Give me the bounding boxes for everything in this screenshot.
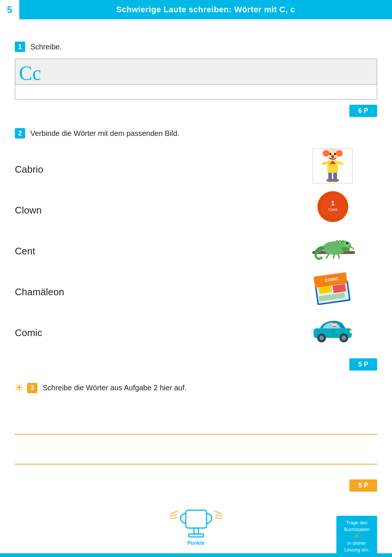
task3-number: 3	[27, 383, 37, 393]
svg-point-42	[349, 330, 353, 333]
svg-point-39	[319, 336, 324, 340]
svg-line-46	[170, 511, 178, 514]
writing-section: Cc	[15, 59, 377, 100]
trophy-icon	[167, 503, 226, 544]
footer-bar: Von 16 Punkten habe ich P erreicht.	[0, 553, 392, 557]
task2-points-badge: 5 P	[349, 358, 377, 371]
task3-points-badge: 5 P	[349, 479, 377, 492]
trage-letter: G	[355, 533, 359, 539]
svg-point-41	[342, 336, 346, 340]
svg-rect-12	[322, 161, 327, 166]
svg-line-49	[215, 511, 222, 514]
trage-line3: in deiner	[347, 540, 366, 546]
svg-point-23	[346, 242, 348, 244]
chameleon-illustration	[310, 229, 355, 266]
bottom-area: 5 P	[15, 479, 377, 492]
svg-line-47	[169, 515, 177, 516]
svg-point-4	[329, 153, 331, 155]
task2-instruction: Verbinde die Wörter mit dem passenden Bi…	[30, 129, 179, 138]
words-column: Cabrio Clown Cent Chamäleon Comic	[15, 145, 64, 353]
svg-point-11	[331, 179, 339, 182]
image-coin: 1 Cent	[310, 186, 355, 227]
punkte-label: Punkte	[187, 540, 205, 546]
write-lines	[15, 413, 377, 465]
page-number: 5	[0, 0, 19, 19]
image-clown	[310, 145, 355, 186]
task3-label: ✳ 3 Schreibe die Wörter aus Aufgabe 2 hi…	[15, 382, 377, 394]
svg-rect-53	[194, 528, 198, 534]
trage-line4: Lösung ein.	[344, 547, 369, 553]
svg-point-2	[323, 150, 329, 157]
writing-box-lower[interactable]	[15, 85, 377, 100]
svg-rect-13	[338, 161, 344, 166]
trophy-section: Punkte	[15, 503, 377, 546]
comic-illustration: COMIC	[312, 271, 353, 305]
trage-line2: Buchstaben	[344, 527, 370, 532]
task1-points-badge: 6 P	[349, 105, 377, 117]
star-icon: ✳	[15, 382, 23, 394]
svg-line-24	[326, 254, 329, 258]
writing-box-upper[interactable]: Cc	[15, 59, 377, 85]
task3-points-row: 5 P	[15, 479, 377, 492]
task1-label: 1 Schreibe.	[15, 42, 377, 52]
image-car	[310, 309, 355, 349]
task2-section: 2 Verbinde die Wörter mit dem passenden …	[15, 128, 377, 371]
clown-illustration	[316, 148, 349, 183]
image-comic: COMIC	[310, 268, 355, 309]
write-line-2[interactable]	[15, 442, 377, 465]
word-comic: Comic	[15, 312, 64, 353]
image-chameleon	[310, 227, 355, 268]
svg-text:Cent: Cent	[328, 207, 337, 211]
task1-number: 1	[15, 42, 25, 52]
page-title: Schwierige Laute schreiben: Wörter mit C…	[19, 5, 392, 14]
svg-text:1: 1	[331, 199, 335, 206]
task2-points-row: 5 P	[15, 358, 377, 371]
coin-illustration: 1 Cent	[315, 189, 350, 224]
task2-label: 2 Verbinde die Wörter mit dem passenden …	[15, 128, 377, 139]
svg-point-1	[331, 155, 335, 158]
images-column: 1 Cent	[310, 145, 377, 349]
svg-line-48	[170, 518, 178, 518]
svg-point-5	[334, 153, 336, 155]
svg-line-51	[215, 518, 222, 518]
svg-rect-52	[186, 510, 207, 528]
svg-line-50	[215, 515, 223, 516]
car-illustration	[310, 314, 355, 344]
match-container: Cabrio Clown Cent Chamäleon Comic	[15, 145, 377, 353]
word-chamaeleon: Chamäleon	[15, 271, 64, 312]
write-line-1[interactable]	[15, 413, 377, 435]
svg-rect-54	[189, 534, 204, 537]
page-header: 5 Schwierige Laute schreiben: Wörter mit…	[0, 0, 392, 19]
task1-instruction: Schreibe.	[30, 43, 62, 51]
svg-line-26	[338, 254, 339, 258]
word-cabrio: Cabrio	[15, 149, 64, 190]
cc-display: Cc	[19, 63, 41, 83]
word-clown: Clown	[15, 190, 64, 231]
word-cent: Cent	[15, 231, 64, 271]
task3-section: ✳ 3 Schreibe die Wörter aus Aufgabe 2 hi…	[15, 382, 377, 465]
svg-point-3	[336, 150, 343, 157]
task1-points-row: 6 P	[15, 105, 377, 117]
task3-instruction: Schreibe die Wörter aus Aufgabe 2 hier a…	[43, 384, 187, 392]
task2-number: 2	[15, 128, 25, 139]
trage-box: Trage den Buchstaben G in deiner Lösung …	[336, 516, 377, 557]
trage-line1: Trage den	[346, 520, 368, 525]
